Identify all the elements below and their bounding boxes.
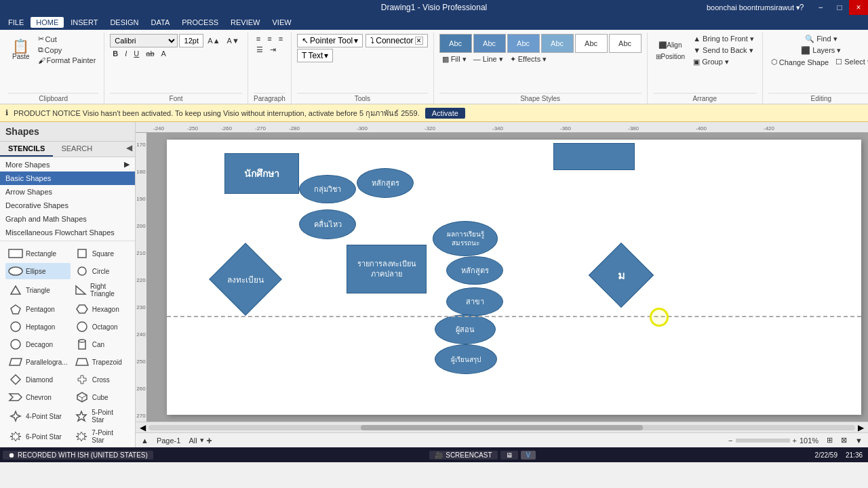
shape-decagon[interactable]: Decagon (5, 336, 71, 352)
menu-data[interactable]: DATA (146, 17, 176, 28)
zoom-out-btn[interactable]: − (728, 436, 732, 445)
change-shape-button[interactable]: ⬡ Change Shape (768, 57, 831, 67)
shape-mor[interactable]: ม (589, 243, 654, 308)
shape-7star[interactable]: 7-Point Star (72, 427, 130, 446)
shape-triangle[interactable]: Triangle (5, 281, 71, 300)
shape-diamond[interactable]: Diamond (5, 371, 71, 388)
connector-button[interactable]: ⤵ Connector × (366, 34, 427, 47)
shape-heptagon[interactable]: Heptagon (5, 319, 71, 335)
format-painter-button[interactable]: 🖌 Format Painter (35, 56, 99, 65)
scrollbar-track[interactable] (149, 425, 855, 430)
line-button[interactable]: — Line ▾ (471, 54, 506, 64)
shape-style-1[interactable]: Abc (439, 34, 472, 53)
shape-style-3[interactable]: Abc (507, 34, 540, 53)
taskbar-screencast[interactable]: 🎥 SCREENCAST (429, 451, 497, 460)
select-button[interactable]: ☐ Select ▾ (833, 57, 868, 67)
font-size-input[interactable] (179, 34, 203, 47)
activate-button[interactable]: Activate (425, 108, 465, 119)
shape-ellipse[interactable]: Ellipse (5, 263, 71, 279)
cut-button[interactable]: ✂ Cut (35, 34, 99, 44)
sidebar-more-shapes[interactable]: More Shapes▶ (0, 157, 135, 171)
effects-button[interactable]: ✦ Effects ▾ (507, 54, 550, 64)
shape-phonkan[interactable]: ผลการเรียนรู้สมรรถนะ (433, 221, 498, 256)
italic-button[interactable]: I (122, 49, 130, 58)
grow-font-button[interactable]: A▲ (205, 36, 222, 45)
taskbar-app1[interactable]: 🖥 (500, 451, 518, 460)
scroll-left-btn[interactable]: ◀ (137, 423, 149, 432)
shrink-font-button[interactable]: A▼ (224, 36, 242, 45)
group-button[interactable]: ▣ Group ▾ (690, 57, 757, 67)
scrollbar-thumb[interactable] (361, 425, 644, 430)
shape-rectangle[interactable]: Rectangle (5, 245, 71, 262)
tab-stencils[interactable]: STENCILS (0, 142, 53, 157)
shape-circle[interactable]: Circle (72, 263, 130, 279)
scroll-down-btn[interactable]: ▼ (855, 436, 863, 445)
menu-process[interactable]: PROCESS (176, 17, 224, 28)
scroll-right-btn[interactable]: ▶ (855, 423, 867, 432)
shape-parallelogram[interactable]: Parallelogra... (5, 354, 71, 370)
shape-square[interactable]: Square (72, 245, 130, 262)
shape-5star[interactable]: 5-Point Star (72, 407, 130, 426)
layers-button[interactable]: ⬛ Layers ▾ (798, 45, 844, 56)
paste-button[interactable]: 📋 Paste (8, 38, 34, 62)
shape-style-2[interactable]: Abc (473, 34, 506, 53)
strikethrough-button[interactable]: ab (143, 49, 157, 58)
shape-style-4[interactable]: Abc (541, 34, 574, 53)
fill-button[interactable]: ▩ Fill ▾ (439, 54, 469, 64)
maximize-btn[interactable]: □ (830, 0, 849, 15)
shape-klunwai[interactable]: คลื่นไหว (299, 209, 356, 239)
shape-cube[interactable]: Cube (72, 389, 130, 405)
sidebar-graph-math-shapes[interactable]: Graph and Math Shapes (0, 212, 135, 226)
shape-right-triangle[interactable]: Right Triangle (72, 281, 130, 300)
align-button[interactable]: ⬛ Align (653, 40, 688, 50)
shape-style-5[interactable]: Abc (575, 34, 608, 53)
menu-review[interactable]: REVIEW (225, 17, 265, 28)
shape-style-6[interactable]: Abc (609, 34, 642, 53)
zoom-in-btn[interactable]: + (793, 436, 797, 445)
shape-octagon[interactable]: Octagon (72, 319, 130, 335)
shape-longtabian[interactable]: ลงทะเบียน (209, 243, 282, 316)
position-button[interactable]: ⊞ Position (653, 52, 688, 62)
shape-naksuksa[interactable]: นักศึกษา (224, 153, 299, 194)
taskbar-visio[interactable]: V (521, 451, 536, 460)
send-to-back-button[interactable]: ▼ Send to Back ▾ (690, 45, 757, 56)
menu-home[interactable]: HOME (31, 17, 64, 28)
shape-phuson[interactable]: ผู้สอน (435, 314, 496, 344)
sidebar-misc-flowchart-shapes[interactable]: Miscellaneous Flowchart Shapes (0, 226, 135, 239)
shape-raikan[interactable]: รายการลงทะเบียนภาคปลาย (347, 245, 427, 293)
find-button[interactable]: 🔍 Find ▾ (802, 34, 840, 44)
font-color-button[interactable]: A (159, 49, 169, 58)
align-right-button[interactable]: ≡ (276, 34, 285, 43)
menu-file[interactable]: FILE (3, 17, 29, 28)
shape-klumwichai[interactable]: กลุ่มวิชา (299, 175, 356, 203)
shape-trapezoid[interactable]: Trapezoid (72, 354, 130, 370)
sidebar-decorative-shapes[interactable]: Decorative Shapes (0, 199, 135, 212)
horizontal-scrollbar[interactable]: ◀ ▶ (136, 422, 868, 432)
tab-search[interactable]: SEARCH (53, 142, 100, 157)
shape-pentagon[interactable]: Pentagon (5, 301, 71, 317)
shape-sakha[interactable]: สาขา (446, 287, 503, 316)
underline-button[interactable]: U (131, 49, 142, 58)
zoom-slider[interactable] (736, 439, 790, 443)
shape-can[interactable]: Can (72, 336, 130, 352)
shape-6star[interactable]: 6-Point Star (5, 427, 71, 446)
text-tool-button[interactable]: T Text ▾ (297, 49, 333, 62)
shape-4star[interactable]: 4-Point Star (5, 407, 71, 426)
minimize-btn[interactable]: − (811, 0, 830, 15)
indent-button[interactable]: ⇥ (267, 45, 279, 55)
shape-laksut2[interactable]: หลักสูตร (446, 256, 503, 285)
help-btn[interactable]: ? (792, 0, 811, 15)
sidebar-arrow-shapes[interactable]: Arrow Shapes (0, 185, 135, 199)
shape-chevron[interactable]: Chevron (5, 389, 71, 405)
align-center-button[interactable]: ≡ (264, 34, 274, 43)
menu-insert[interactable]: INSERT (65, 17, 103, 28)
canvas[interactable]: นักศึกษา กลุ่มวิชา หลักสูตร (146, 133, 868, 422)
user-info[interactable]: boonchai boontrumsirawut ▾ (707, 3, 800, 12)
copy-button[interactable]: ⧉ Copy (35, 45, 99, 55)
menu-view[interactable]: VIEW (267, 17, 296, 28)
scroll-up-btn[interactable]: ▲ (141, 436, 149, 445)
sidebar-collapse-button[interactable]: ◀ (123, 142, 135, 157)
view-normal-btn[interactable]: ⊠ (841, 436, 847, 445)
shape-phuriansorup[interactable]: ผู้เรียนสรุป (435, 344, 497, 374)
sidebar-basic-shapes[interactable]: Basic Shapes (0, 171, 135, 185)
